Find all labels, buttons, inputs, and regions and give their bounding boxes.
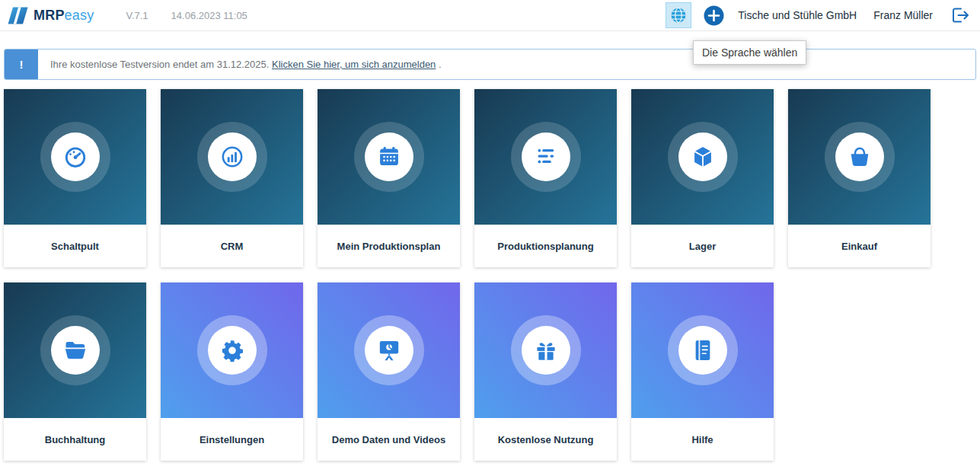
tile-label: Kostenlose Nutzung [474, 418, 617, 461]
tile-demo-daten-und-videos[interactable]: Demo Daten und Videos [318, 282, 460, 461]
logo-text-easy: easy [65, 8, 94, 23]
tile-schaltpult[interactable]: Schaltpult [4, 89, 146, 267]
tile-icon-halo [40, 122, 110, 192]
trial-text-suffix: . [436, 59, 441, 70]
tile-icon-halo [354, 315, 424, 385]
tile-image [788, 89, 931, 225]
tile-icon-circle [365, 132, 413, 181]
logo-text-mrp: MRP [34, 8, 65, 23]
datetime-label: 14.06.2023 11:05 [171, 10, 247, 21]
add-button[interactable] [704, 5, 724, 26]
presentation-icon [376, 337, 402, 363]
calendar-icon [376, 144, 402, 170]
tile-label: Mein Produktionsplan [318, 225, 460, 267]
mrpeasy-logo[interactable]: MRPeasy [8, 7, 94, 24]
tile-icon-halo [511, 315, 581, 385]
folder-icon [62, 337, 88, 363]
tile-icon-halo [825, 122, 895, 192]
tile-image [161, 89, 303, 225]
tile-icon-circle [678, 132, 727, 181]
trial-text: Ihre kostenlose Testversion endet am 31.… [50, 59, 269, 70]
tile-icon-circle [522, 132, 570, 181]
language-button[interactable] [666, 2, 691, 28]
book-icon [690, 337, 716, 363]
tile-kostenlose-nutzung[interactable]: Kostenlose Nutzung [474, 282, 617, 461]
logo-text: MRPeasy [34, 8, 94, 24]
tile-label: Einkauf [788, 225, 931, 267]
gift-icon [533, 337, 559, 363]
tile-image [161, 282, 303, 418]
tile-image [4, 282, 146, 418]
tile-icon-halo [511, 122, 581, 192]
trial-message: Ihre kostenlose Testversion endet am 31.… [50, 59, 442, 70]
tile-icon-halo [197, 122, 267, 192]
tile-einstellungen[interactable]: Einstellungen [161, 282, 303, 461]
tile-icon-circle [522, 326, 570, 375]
tile-label: CRM [161, 225, 303, 267]
tile-label: Schaltpult [4, 225, 146, 267]
tile-crm[interactable]: CRM [161, 89, 303, 267]
header-actions: Tische und Stühle GmbH Franz Müller [666, 2, 969, 28]
tile-mein-produktionsplan[interactable]: Mein Produktionsplan [318, 89, 460, 267]
plus-icon [704, 5, 724, 26]
gauge-icon [62, 144, 88, 170]
tile-image [4, 89, 146, 225]
tile-image [474, 89, 617, 225]
gear-icon [219, 337, 245, 363]
language-tooltip: Die Sprache wählen [693, 40, 806, 65]
tile-hilfe[interactable]: Hilfe [631, 282, 774, 461]
tile-icon-circle [208, 132, 257, 181]
logout-icon [950, 6, 969, 24]
tile-icon-circle [51, 132, 100, 181]
version-label: V.7.1 [126, 10, 148, 21]
tile-label: Buchhaltung [4, 418, 146, 461]
tile-label: Einstellungen [161, 418, 303, 461]
tile-icon-circle [51, 326, 100, 375]
tile-einkauf[interactable]: Einkauf [788, 89, 931, 267]
tile-label: Demo Daten und Videos [318, 418, 460, 461]
tile-image [318, 89, 460, 225]
alert-icon: ! [5, 49, 38, 79]
tile-icon-circle [835, 132, 884, 181]
tile-produktionsplanung[interactable]: Produktionsplanung [474, 89, 617, 267]
user-name: Franz Müller [873, 9, 933, 21]
tile-icon-circle [208, 326, 257, 375]
tile-label: Hilfe [631, 418, 774, 461]
tile-icon-circle [678, 326, 727, 375]
tile-icon-halo [668, 122, 738, 192]
tile-lager[interactable]: Lager [631, 89, 774, 267]
tile-image [631, 282, 774, 418]
app-grid: Schaltpult CRM Mein Produktionsplan [0, 89, 980, 461]
tile-icon-halo [40, 315, 110, 385]
top-bar: MRPeasy V.7.1 14.06.2023 11:05 Tische un… [0, 0, 980, 31]
company-name: Tische und Stühle GmbH [738, 9, 857, 21]
basket-icon [847, 144, 873, 170]
tile-buchhaltung[interactable]: Buchhaltung [4, 282, 146, 461]
tile-label: Lager [631, 225, 774, 267]
chart-icon [219, 144, 245, 170]
box-icon [690, 144, 716, 170]
globe-icon [669, 6, 688, 24]
tile-image [318, 282, 460, 418]
tasks-icon [533, 144, 559, 170]
signup-link[interactable]: Klicken Sie hier, um sich anzumelden [272, 59, 436, 70]
tile-image [631, 89, 774, 225]
trial-banner: ! Ihre kostenlose Testversion endet am 3… [4, 49, 976, 80]
tile-icon-circle [365, 326, 413, 375]
tile-image [474, 282, 617, 418]
tile-label: Produktionsplanung [474, 225, 617, 267]
tile-icon-halo [668, 315, 738, 385]
tile-icon-halo [197, 315, 267, 385]
logout-button[interactable] [950, 6, 969, 24]
tile-icon-halo [354, 122, 424, 192]
mrpeasy-logo-icon [8, 7, 28, 24]
